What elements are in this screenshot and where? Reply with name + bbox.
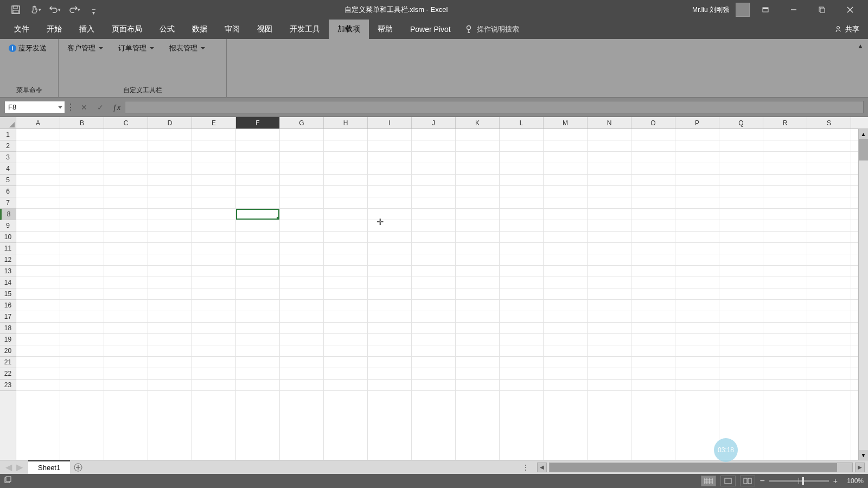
bluetooth-send-button[interactable]: i 蓝牙发送 [7, 42, 49, 54]
column-header[interactable]: N [588, 117, 631, 129]
ribbon-tab[interactable]: 页面布局 [103, 20, 151, 39]
zoom-in-button[interactable]: + [833, 477, 838, 485]
sheet-options-icon[interactable]: ⋮ [521, 463, 531, 472]
column-header[interactable]: H [324, 117, 368, 129]
scrollbar-thumb[interactable] [550, 463, 837, 472]
column-header[interactable]: F [236, 117, 280, 129]
scroll-right-icon[interactable]: ▶ [855, 463, 865, 472]
close-button[interactable] [838, 0, 863, 20]
chevron-down-icon[interactable] [58, 106, 62, 108]
column-header[interactable]: L [500, 117, 544, 129]
row-header[interactable]: 20 [0, 345, 16, 357]
macro-record-icon[interactable] [4, 476, 12, 486]
zoom-out-button[interactable]: − [760, 476, 764, 486]
row-header[interactable]: 19 [0, 334, 16, 345]
row-header[interactable]: 4 [0, 163, 16, 175]
row-header[interactable]: 6 [0, 186, 16, 197]
column-header[interactable]: Q [719, 117, 763, 129]
ribbon-tab[interactable]: 开发工具 [281, 20, 329, 39]
enter-formula-icon[interactable]: ✓ [92, 98, 108, 117]
column-header[interactable]: S [807, 117, 851, 129]
column-header[interactable]: E [192, 117, 236, 129]
minimize-button[interactable] [781, 0, 806, 20]
select-all-button[interactable] [0, 117, 16, 129]
qat-customize-icon[interactable]: ⎯▾ [88, 4, 100, 16]
active-cell[interactable] [236, 209, 279, 220]
name-box[interactable]: F8 [4, 101, 65, 113]
row-header[interactable]: 18 [0, 323, 16, 334]
ribbon-tab[interactable]: 数据 [183, 20, 216, 39]
formula-input[interactable] [125, 101, 864, 113]
column-header[interactable]: A [16, 117, 60, 129]
fx-icon[interactable]: ƒx [108, 98, 125, 117]
ribbon-tab[interactable]: 公式 [151, 20, 183, 39]
column-header[interactable]: P [675, 117, 719, 129]
row-header[interactable]: 3 [0, 152, 16, 163]
normal-view-button[interactable] [701, 476, 716, 486]
cancel-formula-icon[interactable]: ✕ [76, 98, 92, 117]
row-header[interactable]: 9 [0, 220, 16, 232]
redo-icon[interactable]: ▾ [68, 4, 80, 16]
row-header[interactable]: 14 [0, 277, 16, 288]
ribbon-tab[interactable]: Power Pivot [401, 20, 459, 39]
column-header[interactable]: K [456, 117, 500, 129]
touch-mode-icon[interactable]: ▾ [29, 4, 41, 16]
zoom-slider-thumb[interactable] [802, 477, 804, 485]
zoom-slider[interactable] [769, 480, 829, 482]
column-header[interactable]: G [280, 117, 324, 129]
column-header[interactable]: M [544, 117, 588, 129]
ribbon-tab[interactable]: 加载项 [329, 20, 369, 39]
row-header[interactable]: 11 [0, 243, 16, 254]
ribbon-tab[interactable]: 帮助 [369, 20, 401, 39]
row-header[interactable]: 10 [0, 232, 16, 243]
page-layout-view-button[interactable] [720, 476, 736, 486]
share-button[interactable]: 共享 [834, 20, 859, 39]
scroll-left-icon[interactable]: ◀ [537, 463, 547, 472]
ribbon-tab[interactable]: 文件 [5, 20, 38, 39]
row-header[interactable]: 17 [0, 311, 16, 323]
row-header[interactable]: 12 [0, 254, 16, 266]
add-sheet-button[interactable] [70, 460, 86, 474]
collapse-ribbon-icon[interactable]: ▲ [857, 42, 864, 50]
row-header[interactable]: 15 [0, 288, 16, 300]
ribbon-display-options-icon[interactable] [753, 0, 778, 20]
vertical-scrollbar[interactable]: ▲ ▼ [858, 129, 868, 460]
ribbon-tab[interactable]: 插入 [71, 20, 103, 39]
column-header[interactable]: D [148, 117, 192, 129]
customer-mgmt-button[interactable]: 客户管理 [65, 42, 105, 54]
row-header[interactable]: 2 [0, 140, 16, 152]
scroll-up-icon[interactable]: ▲ [859, 129, 868, 139]
horizontal-scrollbar[interactable] [549, 463, 853, 472]
maximize-button[interactable] [809, 0, 834, 20]
ribbon-tab[interactable]: 视图 [248, 20, 281, 39]
row-header[interactable]: 23 [0, 380, 16, 391]
column-header[interactable]: C [104, 117, 148, 129]
sheet-next-icon[interactable]: ▶ [16, 462, 23, 472]
column-header[interactable]: I [368, 117, 412, 129]
user-name[interactable]: Mr.liu 刘刚强 [692, 5, 729, 15]
sheet-tab[interactable]: Sheet1 [28, 460, 70, 474]
tell-me-search[interactable]: 操作说明搜索 [465, 20, 519, 39]
save-icon[interactable] [10, 4, 22, 16]
avatar[interactable] [736, 3, 750, 17]
row-header[interactable]: 13 [0, 266, 16, 277]
report-mgmt-button[interactable]: 报表管理 [167, 42, 207, 54]
sheet-prev-icon[interactable]: ◀ [5, 462, 12, 472]
row-header[interactable]: 8 [0, 209, 16, 220]
row-header[interactable]: 5 [0, 175, 16, 186]
undo-icon[interactable]: ▾ [49, 4, 61, 16]
ribbon-tab[interactable]: 审阅 [216, 20, 248, 39]
ribbon-tab[interactable]: 开始 [38, 20, 71, 39]
row-header[interactable]: 22 [0, 368, 16, 380]
column-header[interactable]: B [60, 117, 104, 129]
scrollbar-thumb[interactable] [859, 139, 868, 160]
column-header[interactable]: J [412, 117, 456, 129]
row-header[interactable]: 7 [0, 197, 16, 209]
page-break-view-button[interactable] [740, 476, 755, 486]
zoom-level[interactable]: 100% [842, 477, 864, 485]
column-header[interactable]: O [631, 117, 675, 129]
cells-area[interactable] [16, 129, 868, 460]
order-mgmt-button[interactable]: 订单管理 [116, 42, 156, 54]
row-header[interactable]: 21 [0, 357, 16, 368]
column-header[interactable]: R [763, 117, 807, 129]
